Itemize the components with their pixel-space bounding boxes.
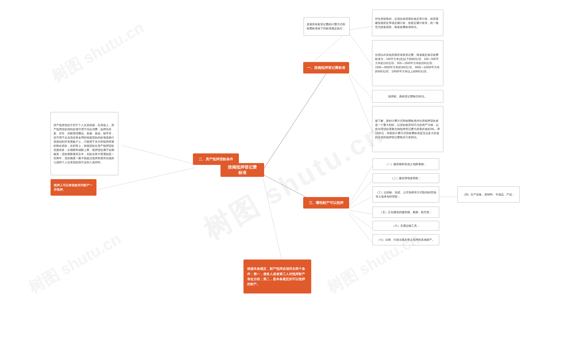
- svg-line-11: [349, 180, 372, 207]
- node-property-5: （五）正在建造的建筑物、船舶、航空器；: [372, 207, 439, 218]
- category-node-1: 一、按揭抵押登记费标准: [303, 62, 349, 73]
- node-mortgagor-note: 抵押人可以将前款所列财产一并抵押。: [51, 179, 97, 196]
- svg-line-14: [349, 210, 372, 214]
- node-property-4: （四）生产设备、原材料、半成品、产品；: [457, 187, 520, 202]
- mindmap-container: 按揭抵押登记费标准 一、按揭抵押登记费标准 二、房产抵押贷款条件 三、哪些财产可…: [0, 0, 588, 364]
- category-node-3: 三、哪些财产可以抵押: [303, 197, 349, 208]
- svg-line-16: [349, 214, 372, 243]
- node-property-6: （六）交通运输工具；: [372, 221, 439, 231]
- node-property-7: （七）法律、行政法规未禁止抵押的其他财产。: [372, 234, 439, 245]
- category-node-2: 二、房产抵押贷款条件: [193, 153, 239, 165]
- node-non-housing-fee: 住房以外其他房屋所有权登记费，我省规定每宗收费标准为：100平方米(含)以下的8…: [372, 40, 443, 86]
- svg-line-4: [349, 26, 372, 30]
- svg-line-6: [349, 73, 372, 98]
- node-housing-fee-intro: 房屋所有权登记费的计费方式和收费标准按下列标准规定执行：: [304, 17, 350, 36]
- svg-line-7: [349, 76, 372, 131]
- watermark2: 树图 shutu.cn: [47, 17, 148, 87]
- node-property-2: （二）建设用地使用权；: [372, 173, 439, 183]
- node-new-fee-explanation: 据了解，新的计费方式和收费标准对住房抵押贷款者是一个重大利好，以贷款购买50万元…: [372, 106, 443, 152]
- central-node: 按揭抵押登记费标准: [221, 163, 264, 177]
- node-property-3: （三）以招标、拍卖、公开协商等方式取得的荒地等土地承包经营权；: [372, 187, 439, 202]
- node-mortgage-loan-info: 房产抵押贷款不同于个人住房按揭，在用途上，房产抵押贷款得的款项可用于综合消费，如…: [51, 112, 118, 175]
- svg-line-15: [349, 212, 372, 228]
- svg-line-5: [349, 33, 372, 65]
- svg-line-10: [349, 166, 372, 205]
- watermark3: 树图 shutu.cn: [25, 228, 125, 299]
- node-property-1: （一）建筑物和其他土地附着物；: [372, 158, 439, 170]
- node-bottom-condition: 根据本条规定，财产抵押必须符合两个条件：第一，债务人或者第三人对抵押财产有处分权…: [243, 260, 311, 293]
- svg-line-0: [263, 73, 326, 170]
- node-mortgage-fee: 抵押权、典权登记费每宗80元。: [372, 90, 443, 103]
- svg-line-8: [122, 145, 195, 164]
- svg-line-12: [349, 197, 372, 208]
- node-housing-collect: 对住房收取的，从现在按房屋价值定率计收，按房屋建筑面积定率或定额计收，按套定额计…: [372, 10, 443, 36]
